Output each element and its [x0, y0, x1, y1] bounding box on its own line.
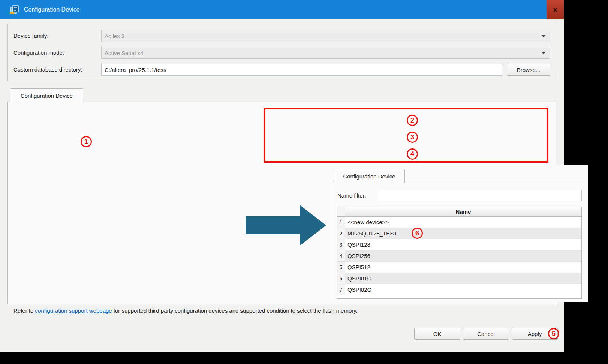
support-note: Refer to configuration support webpage f…: [13, 307, 463, 314]
row-name: <<new device>>: [345, 217, 581, 228]
table-corner: [337, 207, 345, 217]
ok-button[interactable]: OK: [414, 328, 460, 340]
support-note-prefix: Refer to: [13, 307, 35, 314]
row-name: QSPI256: [345, 250, 581, 262]
chevron-down-icon: [542, 35, 545, 37]
row-number: 7: [337, 284, 345, 295]
table-row[interactable]: 5 QSPI512: [337, 262, 581, 273]
table-header-name[interactable]: Name: [345, 207, 581, 217]
row-name: MT25QU128_TEST: [345, 228, 581, 239]
custom-database-directory-value: C:/altera_pro/25.1.1/test/: [105, 67, 166, 73]
table-row[interactable]: 6 QSPI01G: [337, 273, 581, 284]
custom-database-directory-label: Custom database directory:: [13, 66, 82, 73]
device-family-value: Agilex 3: [105, 33, 124, 39]
overlay-device-name-table: Name 1 <<new device>> 2 MT25QU128_TEST 3…: [337, 207, 582, 299]
table-row[interactable]: 1 <<new device>>: [337, 217, 581, 228]
configuration-mode-label: Configuration mode:: [13, 49, 64, 56]
chevron-down-icon: [542, 52, 545, 54]
overlay-tab-configuration-device[interactable]: Configuration Device: [334, 169, 405, 183]
cancel-button[interactable]: Cancel: [463, 328, 509, 340]
device-family-label: Device family:: [13, 33, 48, 39]
overlay-table-body: 1 <<new device>> 2 MT25QU128_TEST 3 QSPI…: [337, 217, 581, 295]
custom-database-directory-input[interactable]: C:/altera_pro/25.1.1/test/: [101, 64, 502, 76]
title-bar[interactable]: Configuration Device x: [0, 0, 564, 19]
apply-button[interactable]: Apply: [512, 328, 558, 340]
row-number: 6: [337, 273, 345, 284]
browse-button[interactable]: Browse...: [507, 64, 550, 76]
row-number: 3: [337, 239, 345, 250]
row-name: QSPI512: [345, 262, 581, 273]
row-number: 1: [337, 217, 345, 228]
table-row[interactable]: 3 QSPI128: [337, 239, 581, 250]
row-name: QSPI02G: [345, 284, 581, 295]
table-row[interactable]: 4 QSPI256: [337, 250, 581, 262]
arrow-shaft: [246, 216, 300, 234]
configuration-support-link[interactable]: configuration support webpage: [35, 307, 112, 314]
table-row[interactable]: 7 QSPI02G: [337, 284, 581, 295]
configuration-device-icon: [10, 5, 19, 15]
configuration-mode-select: Active Serial x4: [101, 47, 550, 59]
row-number: 4: [337, 250, 345, 262]
table-row[interactable]: 2 MT25QU128_TEST: [337, 228, 581, 239]
result-preview-panel: Configuration Device Name filter: Name 1…: [327, 165, 588, 302]
row-name: QSPI01G: [345, 273, 581, 284]
row-number: 5: [337, 262, 345, 273]
row-number: 2: [337, 228, 345, 239]
device-family-select: Agilex 3: [101, 30, 550, 42]
arrow-head: [300, 205, 326, 246]
overlay-name-filter-input[interactable]: [378, 190, 582, 201]
window-title: Configuration Device: [24, 6, 80, 13]
configuration-mode-value: Active Serial x4: [105, 50, 143, 56]
overlay-name-filter-label: Name filter:: [337, 192, 366, 199]
overlay-table-header-row: Name: [337, 207, 581, 217]
tab-configuration-device[interactable]: Configuration Device: [10, 88, 83, 102]
close-button[interactable]: x: [547, 0, 564, 19]
row-name: QSPI128: [345, 239, 581, 250]
support-note-suffix: for supported third party configuration …: [112, 307, 358, 314]
